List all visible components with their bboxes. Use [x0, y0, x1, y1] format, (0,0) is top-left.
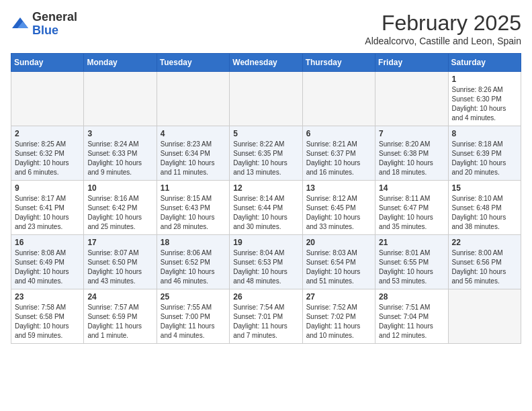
- day-info: Sunrise: 8:25 AM Sunset: 6:32 PM Dayligh…: [15, 140, 80, 177]
- calendar-day-cell: [157, 72, 229, 126]
- weekday-header-sunday: Sunday: [11, 54, 84, 72]
- day-info: Sunrise: 8:23 AM Sunset: 6:34 PM Dayligh…: [161, 140, 226, 177]
- calendar-day-cell: 16Sunrise: 8:08 AM Sunset: 6:49 PM Dayli…: [11, 235, 84, 289]
- calendar-day-cell: [448, 289, 521, 344]
- day-number: 11: [161, 183, 226, 193]
- weekday-header-row: SundayMondayTuesdayWednesdayThursdayFrid…: [11, 54, 521, 72]
- calendar-week-row: 23Sunrise: 7:58 AM Sunset: 6:58 PM Dayli…: [11, 289, 521, 344]
- day-number: 3: [87, 129, 152, 138]
- day-info: Sunrise: 8:15 AM Sunset: 6:43 PM Dayligh…: [161, 194, 226, 232]
- calendar-day-cell: 6Sunrise: 8:21 AM Sunset: 6:37 PM Daylig…: [302, 126, 375, 181]
- day-number: 8: [452, 129, 517, 138]
- calendar-day-cell: [11, 72, 84, 126]
- calendar-day-cell: 20Sunrise: 8:03 AM Sunset: 6:54 PM Dayli…: [302, 235, 375, 289]
- title-block: February 2025 Aldealcorvo, Castille and …: [365, 11, 521, 46]
- calendar-day-cell: [375, 72, 448, 126]
- calendar-day-cell: 18Sunrise: 8:06 AM Sunset: 6:52 PM Dayli…: [157, 235, 229, 289]
- day-number: 14: [379, 183, 444, 193]
- day-number: 26: [233, 292, 298, 302]
- day-info: Sunrise: 8:06 AM Sunset: 6:52 PM Dayligh…: [161, 248, 226, 286]
- day-info: Sunrise: 8:07 AM Sunset: 6:50 PM Dayligh…: [87, 248, 152, 286]
- calendar-day-cell: 4Sunrise: 8:23 AM Sunset: 6:34 PM Daylig…: [157, 126, 229, 181]
- day-number: 27: [306, 292, 371, 302]
- weekday-header-monday: Monday: [84, 54, 157, 72]
- logo-general: General: [32, 10, 77, 24]
- calendar-day-cell: 27Sunrise: 7:52 AM Sunset: 7:02 PM Dayli…: [302, 289, 375, 344]
- calendar-day-cell: 11Sunrise: 8:15 AM Sunset: 6:43 PM Dayli…: [157, 181, 229, 235]
- location-subtitle: Aldealcorvo, Castille and Leon, Spain: [365, 36, 521, 46]
- day-number: 10: [87, 183, 152, 193]
- day-info: Sunrise: 7:57 AM Sunset: 6:59 PM Dayligh…: [87, 303, 152, 340]
- day-info: Sunrise: 8:22 AM Sunset: 6:35 PM Dayligh…: [233, 140, 298, 177]
- weekday-header-saturday: Saturday: [448, 54, 521, 72]
- calendar-week-row: 16Sunrise: 8:08 AM Sunset: 6:49 PM Dayli…: [11, 235, 521, 289]
- day-number: 24: [87, 292, 152, 302]
- day-number: 4: [161, 129, 226, 138]
- calendar-day-cell: 13Sunrise: 8:12 AM Sunset: 6:45 PM Dayli…: [302, 181, 375, 235]
- day-info: Sunrise: 7:55 AM Sunset: 7:00 PM Dayligh…: [161, 303, 226, 340]
- day-number: 22: [452, 238, 517, 247]
- calendar-day-cell: [84, 72, 157, 126]
- day-info: Sunrise: 8:26 AM Sunset: 6:30 PM Dayligh…: [452, 85, 517, 123]
- logo-icon: [11, 15, 30, 34]
- day-number: 1: [452, 75, 517, 84]
- day-info: Sunrise: 8:14 AM Sunset: 6:44 PM Dayligh…: [233, 194, 298, 232]
- day-number: 13: [306, 183, 371, 193]
- calendar-day-cell: 28Sunrise: 7:51 AM Sunset: 7:04 PM Dayli…: [375, 289, 448, 344]
- day-info: Sunrise: 8:03 AM Sunset: 6:54 PM Dayligh…: [306, 248, 371, 286]
- calendar-day-cell: 22Sunrise: 8:00 AM Sunset: 6:56 PM Dayli…: [448, 235, 521, 289]
- calendar-day-cell: 14Sunrise: 8:11 AM Sunset: 6:47 PM Dayli…: [375, 181, 448, 235]
- calendar-day-cell: 19Sunrise: 8:04 AM Sunset: 6:53 PM Dayli…: [230, 235, 302, 289]
- weekday-header-thursday: Thursday: [302, 54, 375, 72]
- calendar-day-cell: 3Sunrise: 8:24 AM Sunset: 6:33 PM Daylig…: [84, 126, 157, 181]
- day-info: Sunrise: 8:01 AM Sunset: 6:55 PM Dayligh…: [379, 248, 444, 286]
- day-info: Sunrise: 8:04 AM Sunset: 6:53 PM Dayligh…: [233, 248, 298, 286]
- calendar-week-row: 2Sunrise: 8:25 AM Sunset: 6:32 PM Daylig…: [11, 126, 521, 181]
- day-number: 16: [15, 238, 80, 247]
- day-info: Sunrise: 8:24 AM Sunset: 6:33 PM Dayligh…: [87, 140, 152, 177]
- calendar-week-row: 9Sunrise: 8:17 AM Sunset: 6:41 PM Daylig…: [11, 181, 521, 235]
- calendar-day-cell: 7Sunrise: 8:20 AM Sunset: 6:38 PM Daylig…: [375, 126, 448, 181]
- weekday-header-tuesday: Tuesday: [157, 54, 229, 72]
- calendar-day-cell: 12Sunrise: 8:14 AM Sunset: 6:44 PM Dayli…: [230, 181, 302, 235]
- calendar-day-cell: 25Sunrise: 7:55 AM Sunset: 7:00 PM Dayli…: [157, 289, 229, 344]
- day-info: Sunrise: 8:20 AM Sunset: 6:38 PM Dayligh…: [379, 140, 444, 177]
- day-number: 2: [15, 129, 80, 138]
- calendar-week-row: 1Sunrise: 8:26 AM Sunset: 6:30 PM Daylig…: [11, 72, 521, 126]
- calendar-day-cell: 15Sunrise: 8:10 AM Sunset: 6:48 PM Dayli…: [448, 181, 521, 235]
- day-number: 15: [452, 183, 517, 193]
- day-number: 20: [306, 238, 371, 247]
- day-number: 9: [15, 183, 80, 193]
- day-info: Sunrise: 8:17 AM Sunset: 6:41 PM Dayligh…: [15, 194, 80, 232]
- day-info: Sunrise: 7:51 AM Sunset: 7:04 PM Dayligh…: [379, 303, 444, 340]
- day-number: 6: [306, 129, 371, 138]
- calendar-day-cell: 2Sunrise: 8:25 AM Sunset: 6:32 PM Daylig…: [11, 126, 84, 181]
- day-number: 25: [161, 292, 226, 302]
- day-info: Sunrise: 8:18 AM Sunset: 6:39 PM Dayligh…: [452, 140, 517, 177]
- day-info: Sunrise: 8:11 AM Sunset: 6:47 PM Dayligh…: [379, 194, 444, 232]
- day-info: Sunrise: 7:58 AM Sunset: 6:58 PM Dayligh…: [15, 303, 80, 340]
- calendar-day-cell: 8Sunrise: 8:18 AM Sunset: 6:39 PM Daylig…: [448, 126, 521, 181]
- calendar-day-cell: 24Sunrise: 7:57 AM Sunset: 6:59 PM Dayli…: [84, 289, 157, 344]
- logo: General Blue: [11, 11, 77, 38]
- calendar-day-cell: 10Sunrise: 8:16 AM Sunset: 6:42 PM Dayli…: [84, 181, 157, 235]
- calendar-day-cell: 9Sunrise: 8:17 AM Sunset: 6:41 PM Daylig…: [11, 181, 84, 235]
- weekday-header-wednesday: Wednesday: [230, 54, 302, 72]
- day-number: 23: [15, 292, 80, 302]
- calendar-day-cell: 21Sunrise: 8:01 AM Sunset: 6:55 PM Dayli…: [375, 235, 448, 289]
- calendar-day-cell: 5Sunrise: 8:22 AM Sunset: 6:35 PM Daylig…: [230, 126, 302, 181]
- calendar-day-cell: [230, 72, 302, 126]
- day-info: Sunrise: 7:52 AM Sunset: 7:02 PM Dayligh…: [306, 303, 371, 340]
- calendar-day-cell: 17Sunrise: 8:07 AM Sunset: 6:50 PM Dayli…: [84, 235, 157, 289]
- month-title: February 2025: [365, 11, 521, 36]
- logo-blue: Blue: [32, 24, 58, 37]
- weekday-header-friday: Friday: [375, 54, 448, 72]
- calendar-day-cell: 26Sunrise: 7:54 AM Sunset: 7:01 PM Dayli…: [230, 289, 302, 344]
- day-number: 21: [379, 238, 444, 247]
- logo-text: General Blue: [32, 11, 77, 38]
- day-number: 19: [233, 238, 298, 247]
- day-info: Sunrise: 8:10 AM Sunset: 6:48 PM Dayligh…: [452, 194, 517, 232]
- page-header: General Blue February 2025 Aldealcorvo, …: [11, 11, 521, 46]
- day-info: Sunrise: 8:00 AM Sunset: 6:56 PM Dayligh…: [452, 248, 517, 286]
- day-number: 18: [161, 238, 226, 247]
